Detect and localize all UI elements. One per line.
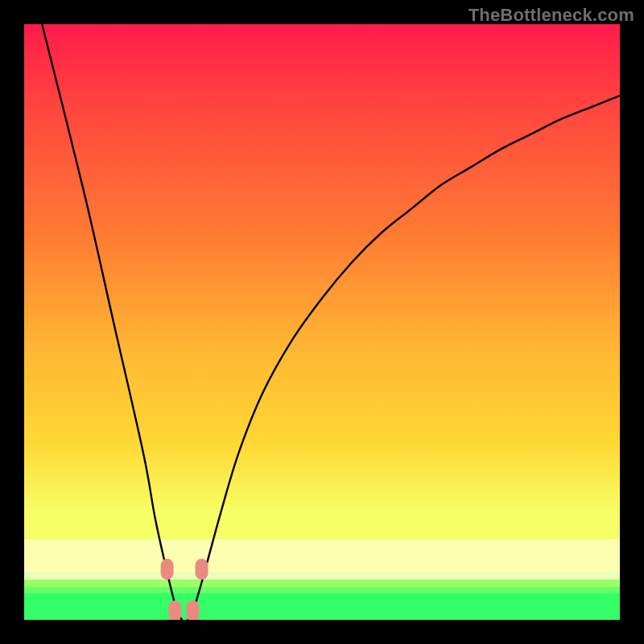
plot-area: [24, 24, 620, 620]
bottleneck-curve: [24, 24, 620, 620]
curve-marker: [161, 559, 174, 580]
curve-marker: [196, 559, 208, 580]
curve-marker: [186, 601, 199, 620]
curve-marker: [168, 601, 181, 620]
curve-path: [42, 24, 620, 620]
watermark: TheBottleneck.com: [469, 5, 634, 26]
chart-canvas: TheBottleneck.com: [0, 0, 644, 644]
